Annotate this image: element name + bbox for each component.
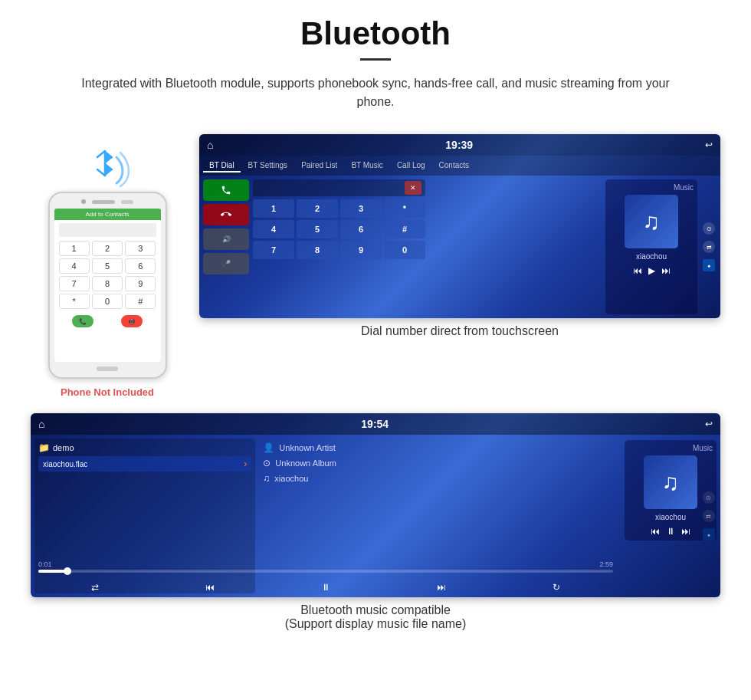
dial-key-3[interactable]: 3	[340, 199, 382, 218]
phone-key-7[interactable]: 7	[59, 276, 90, 291]
music-label-2: Music	[693, 444, 713, 452]
dial-key-8[interactable]: 8	[297, 241, 338, 259]
svg-marker-0	[105, 151, 113, 163]
side-icon-2[interactable]: ⇄	[703, 241, 715, 253]
progress-dot	[64, 567, 71, 575]
tab-bt-settings[interactable]: BT Settings	[242, 159, 294, 173]
dial-key-4[interactable]: 4	[253, 220, 294, 238]
next-track-button-2[interactable]: ⏭	[681, 526, 690, 537]
screen1-caption: Dial number direct from touchscreen	[199, 324, 720, 338]
folder-icon: 📁	[38, 442, 50, 453]
dial-action-buttons: 🔊 🎤	[203, 179, 249, 314]
dial-speaker-button[interactable]: 🔊	[203, 228, 249, 250]
artist-name: Unknown Artist	[279, 443, 335, 452]
dial-key-9[interactable]: 9	[340, 241, 382, 259]
dial-key-hash[interactable]: #	[384, 220, 425, 238]
track-row: ♫ xiaochou	[263, 473, 476, 484]
phone-key-0[interactable]: 0	[92, 294, 123, 309]
phone-key-1[interactable]: 1	[59, 241, 90, 256]
home-icon-2[interactable]: ⌂	[38, 418, 44, 430]
phone-key-9[interactable]: 9	[125, 276, 156, 291]
phone-key-2[interactable]: 2	[92, 241, 123, 256]
phone-end-button[interactable]: 📵	[121, 315, 143, 327]
artist-icon: 👤	[263, 442, 274, 453]
pause-button[interactable]: ⏸	[321, 582, 330, 593]
next-button[interactable]: ⏭	[437, 582, 446, 593]
car-screen-1: ⌂ 19:39 ↩ BT Dial BT Settings Paired Lis…	[199, 134, 720, 318]
album-icon: ⊙	[263, 458, 271, 468]
dial-key-0[interactable]: 0	[384, 241, 425, 259]
back-icon-2[interactable]: ↩	[705, 419, 713, 429]
dial-call-button[interactable]	[203, 179, 249, 201]
screen1-column: ⌂ 19:39 ↩ BT Dial BT Settings Paired Lis…	[199, 134, 720, 350]
svg-line-2	[97, 151, 105, 157]
file-name: xiaochou.flac	[43, 460, 87, 468]
back-icon[interactable]: ↩	[705, 140, 713, 150]
phone-key-8[interactable]: 8	[92, 276, 123, 291]
prev-track-button-1[interactable]: ⏮	[633, 265, 642, 276]
next-track-button-1[interactable]: ⏭	[661, 265, 671, 276]
prev-track-button-2[interactable]: ⏮	[651, 526, 660, 537]
shuffle-button[interactable]: ⇄	[91, 582, 99, 593]
music-note-icon-1: ♫	[643, 209, 661, 235]
phone-call-button[interactable]: 📞	[72, 315, 93, 327]
bluetooth-signal-icon	[77, 142, 138, 192]
file-item[interactable]: xiaochou.flac ›	[38, 456, 251, 472]
tab-bt-dial[interactable]: BT Dial	[203, 159, 241, 173]
tab-bt-music[interactable]: BT Music	[345, 159, 389, 173]
music-label-1: Music	[674, 183, 694, 192]
phone-key-6[interactable]: 6	[125, 258, 156, 274]
music-controls-1: ⏮ ▶ ⏭	[633, 265, 671, 276]
music-panel-1: Music ♫ xiaochou ⏮ ▶ ⏭	[605, 179, 697, 314]
phone-not-included-label: Phone Not Included	[61, 386, 154, 398]
dial-key-7[interactable]: 7	[253, 241, 294, 259]
dial-key-1[interactable]: 1	[253, 199, 294, 218]
tab-call-log[interactable]: Call Log	[391, 159, 431, 173]
bottom-section: ⌂ 19:54 ↩ 📁 demo xiaochou.flac ›	[31, 413, 720, 631]
phone-key-hash[interactable]: #	[125, 294, 156, 309]
dial-key-2[interactable]: 2	[297, 199, 338, 218]
tab-contacts[interactable]: Contacts	[433, 159, 475, 173]
dial-key-6[interactable]: 6	[340, 220, 382, 238]
side-icons-1: ⊙ ⇄ ●	[701, 179, 717, 314]
progress-bar[interactable]	[38, 570, 613, 573]
tab-paired-list[interactable]: Paired List	[295, 159, 343, 173]
phone-camera	[81, 199, 86, 204]
time-end: 2:59	[599, 560, 613, 568]
play-button-1[interactable]: ▶	[648, 265, 655, 276]
side-icon-3[interactable]: ●	[703, 259, 715, 271]
dial-end-button[interactable]	[203, 204, 249, 225]
svg-line-3	[97, 169, 105, 176]
track-name: xiaochou	[274, 474, 308, 483]
car-screen2-header: ⌂ 19:54 ↩	[31, 413, 720, 435]
phone-key-star[interactable]: *	[59, 294, 90, 309]
artist-row: 👤 Unknown Artist	[263, 442, 476, 453]
dial-mute-button[interactable]: 🎤	[203, 253, 249, 274]
title-divider	[360, 58, 391, 61]
svg-marker-1	[105, 163, 113, 176]
dial-display: ✕	[253, 179, 425, 196]
dial-key-grid: 1 2 3 * 4 5 6 # 7 8 9 0	[253, 199, 425, 259]
phone-key-4[interactable]: 4	[59, 258, 90, 274]
music-note-icon-2: ♫	[662, 469, 680, 495]
phone-screen: Add to Contacts 1 2 3 4 5 6 7 8 9 *	[54, 209, 161, 362]
phone-mockup: Add to Contacts 1 2 3 4 5 6 7 8 9 *	[48, 192, 167, 379]
album-art-1: ♫	[625, 195, 678, 248]
file-arrow-icon: ›	[244, 458, 247, 469]
dial-key-star[interactable]: *	[384, 199, 425, 218]
backspace-button[interactable]: ✕	[405, 181, 421, 195]
side-icon-1[interactable]: ⊙	[703, 222, 715, 235]
dial-key-5[interactable]: 5	[297, 220, 338, 238]
home-icon[interactable]: ⌂	[207, 139, 213, 151]
pause-button-2[interactable]: ⏸	[666, 526, 675, 537]
page-container: Bluetooth Integrated with Bluetooth modu…	[0, 0, 751, 654]
repeat-button[interactable]: ↻	[553, 582, 560, 593]
phone-key-5[interactable]: 5	[92, 258, 123, 274]
screen2-container: ⌂ 19:54 ↩ 📁 demo xiaochou.flac ›	[31, 413, 720, 597]
screen2-caption-sub: (Support display music file name)	[31, 617, 720, 631]
phone-key-3[interactable]: 3	[125, 241, 156, 256]
prev-button[interactable]: ⏮	[205, 582, 215, 593]
time-start: 0:01	[38, 560, 52, 568]
phone-home-button[interactable]	[97, 366, 118, 371]
car-screen1-body: 🔊 🎤 ✕ 1 2 3 *	[199, 176, 720, 318]
